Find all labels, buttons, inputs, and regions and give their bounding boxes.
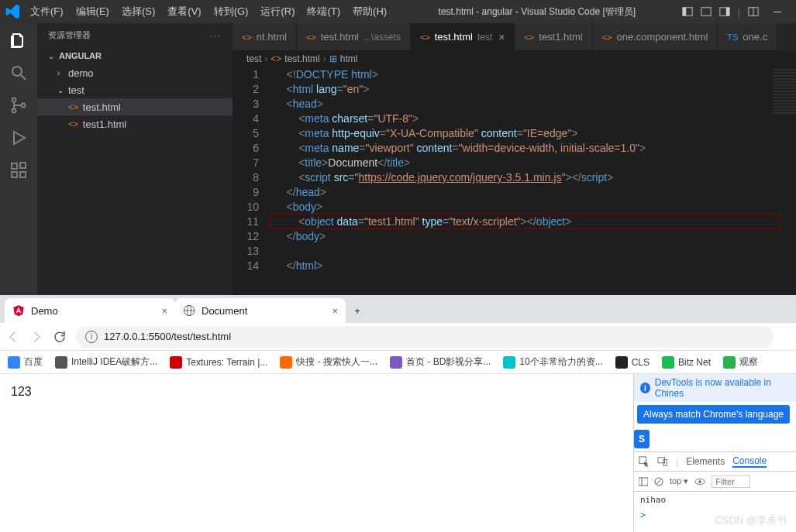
context-selector[interactable]: top ▾	[670, 476, 688, 486]
clear-console-icon[interactable]	[654, 477, 663, 486]
new-tab-button[interactable]: +	[346, 298, 369, 323]
bookmark-item[interactable]: 观察	[723, 355, 758, 369]
bookmark-item[interactable]: 首页 - BD影视分享...	[390, 355, 491, 369]
close-icon[interactable]: ×	[498, 31, 505, 43]
bookmark-item[interactable]: Textures: Terrain |...	[170, 356, 267, 369]
editor-tab[interactable]: TSone.c	[718, 23, 777, 50]
code-line[interactable]: <head>	[274, 97, 796, 112]
code-line[interactable]: <body>	[274, 200, 796, 215]
code-line[interactable]: </head>	[274, 185, 796, 200]
explorer-icon[interactable]	[9, 31, 28, 50]
svg-point-11	[12, 109, 16, 113]
bookmark-item[interactable]: IntelliJ IDEA破解方...	[55, 355, 157, 369]
bookmark-item[interactable]: Bitz Net	[662, 356, 711, 369]
tab-elements[interactable]: Elements	[686, 456, 725, 467]
info-icon: i	[640, 383, 650, 393]
browser-tab[interactable]: Demo×	[5, 298, 175, 323]
code-line[interactable]: <meta http-equiv="X-UA-Compatible" conte…	[274, 126, 796, 141]
code-line[interactable]: <meta charset="UTF-8">	[274, 112, 796, 126]
tree-root[interactable]: ⌄ ANGULAR	[37, 47, 233, 64]
code-line[interactable]: <script src="https://code.jquery.com/jqu…	[274, 170, 796, 185]
console-log: nihao	[634, 492, 796, 508]
vscode-window: 文件(F)编辑(E)选择(S)查看(V)转到(G)运行(R)终端(T)帮助(H)…	[0, 0, 796, 295]
code-line[interactable]: <meta name="viewport" content="width=dev…	[274, 141, 796, 156]
svg-line-9	[21, 75, 26, 80]
forward-icon[interactable]	[29, 330, 43, 344]
menu-item[interactable]: 帮助(H)	[347, 2, 392, 22]
minimap[interactable]	[773, 67, 796, 114]
close-icon[interactable]: ×	[161, 305, 167, 317]
menu-item[interactable]: 选择(S)	[116, 2, 160, 22]
code-line[interactable]: <object data="test1.html" type="text/x-s…	[274, 215, 796, 229]
filter-input[interactable]	[712, 475, 750, 488]
breadcrumb-item[interactable]: test	[246, 53, 261, 64]
breadcrumb-item[interactable]: html	[340, 53, 358, 64]
menu-item[interactable]: 终端(T)	[302, 2, 346, 22]
file-icon: <>	[602, 33, 612, 42]
watermark: CSDN @李卓书	[715, 513, 787, 527]
more-icon[interactable]: ···	[210, 31, 222, 40]
tree-file[interactable]: <>test.html	[37, 98, 233, 115]
search-icon[interactable]	[9, 63, 28, 82]
close-icon[interactable]: ×	[332, 305, 338, 317]
code-line[interactable]: <html lang="en">	[274, 82, 796, 97]
menu-item[interactable]: 编辑(E)	[71, 2, 115, 22]
svg-rect-7	[774, 12, 781, 12]
svg-rect-2	[701, 8, 710, 16]
code-line[interactable]: <title>Document</title>	[274, 156, 796, 170]
bookmark-item[interactable]: 快搜 - 搜索快人一...	[280, 355, 377, 369]
panel-bottom-icon[interactable]	[701, 6, 712, 17]
menu-item[interactable]: 查看(V)	[162, 2, 206, 22]
code-line[interactable]: </body>	[274, 229, 796, 244]
favicon	[723, 356, 736, 369]
menu-item[interactable]: 运行(R)	[255, 2, 300, 22]
panel-right-icon[interactable]	[719, 6, 730, 17]
tree-file[interactable]: <>test1.html	[37, 115, 233, 132]
editor-tab[interactable]: <>one.component.html	[593, 23, 718, 50]
inspect-icon[interactable]	[639, 456, 650, 467]
favicon	[55, 356, 67, 369]
breadcrumbs[interactable]: test›<>test.html›⊞html	[233, 50, 796, 67]
settings-button[interactable]: S	[634, 430, 650, 448]
editor-tab[interactable]: <>test1.html	[515, 23, 592, 50]
console-sidebar-icon[interactable]	[639, 477, 648, 486]
tree-folder[interactable]: ⌄test	[37, 81, 233, 98]
code-lines[interactable]: <!DOCTYPE html> <html lang="en"> <head> …	[271, 67, 796, 295]
activity-bar	[0, 23, 37, 295]
tree-folder[interactable]: ›demo	[37, 64, 233, 81]
svg-point-10	[12, 98, 16, 102]
svg-rect-13	[12, 163, 17, 169]
minimize-button[interactable]	[763, 0, 791, 23]
code-line[interactable]: </html>	[274, 259, 796, 273]
editor-tab[interactable]: <>test.html...\assets	[297, 23, 411, 50]
extensions-icon[interactable]	[9, 161, 28, 180]
address-bar[interactable]: i 127.0.0.1:5500/test/test.html	[76, 326, 774, 348]
favicon	[280, 356, 292, 369]
device-icon[interactable]	[657, 456, 668, 467]
menu-item[interactable]: 文件(F)	[25, 2, 69, 22]
code-line[interactable]	[274, 244, 796, 259]
bookmark-item[interactable]: 10个非常给力的资...	[503, 355, 602, 369]
editor-tab[interactable]: <>test.htmltest×	[411, 23, 515, 50]
browser-tab[interactable]: Document×	[175, 298, 346, 323]
code-line[interactable]: <!DOCTYPE html>	[274, 67, 796, 82]
source-control-icon[interactable]	[9, 96, 28, 115]
breadcrumb-item[interactable]: test.html	[284, 53, 319, 64]
site-info-icon[interactable]: i	[85, 331, 98, 343]
back-icon[interactable]	[6, 330, 20, 344]
chevron-icon: ⌄	[57, 86, 67, 94]
menu-item[interactable]: 转到(G)	[208, 2, 254, 22]
match-language-button[interactable]: Always match Chrome's language	[637, 405, 790, 424]
code-area[interactable]: 1234567891011121314 <!DOCTYPE html> <htm…	[233, 67, 796, 295]
tab-console[interactable]: Console	[732, 455, 767, 468]
bookmark-item[interactable]: 百度	[8, 355, 43, 369]
window-controls	[763, 0, 791, 23]
file-tree: ⌄ ANGULAR ›demo⌄test<>test.html<>test1.h…	[37, 47, 233, 132]
run-debug-icon[interactable]	[9, 129, 28, 147]
editor-tab[interactable]: <>nt.html	[233, 23, 297, 50]
panel-left-icon[interactable]	[682, 6, 693, 17]
live-expression-icon[interactable]	[694, 477, 705, 486]
bookmark-item[interactable]: CLS	[615, 356, 650, 369]
layout-icon[interactable]	[748, 6, 759, 17]
reload-icon[interactable]	[53, 330, 67, 344]
